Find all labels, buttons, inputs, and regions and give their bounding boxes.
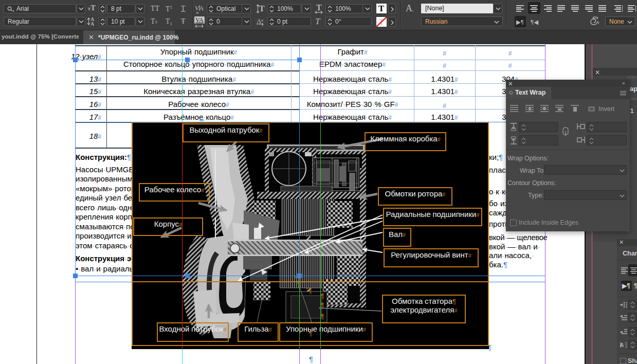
svg-text:A: A [90,21,95,27]
svg-text:VA: VA [195,16,204,24]
svg-text:T: T [259,4,265,13]
svg-text:Invert: Invert [598,105,615,113]
svg-text:a: a [261,17,263,23]
svg-text:T: T [316,4,322,12]
